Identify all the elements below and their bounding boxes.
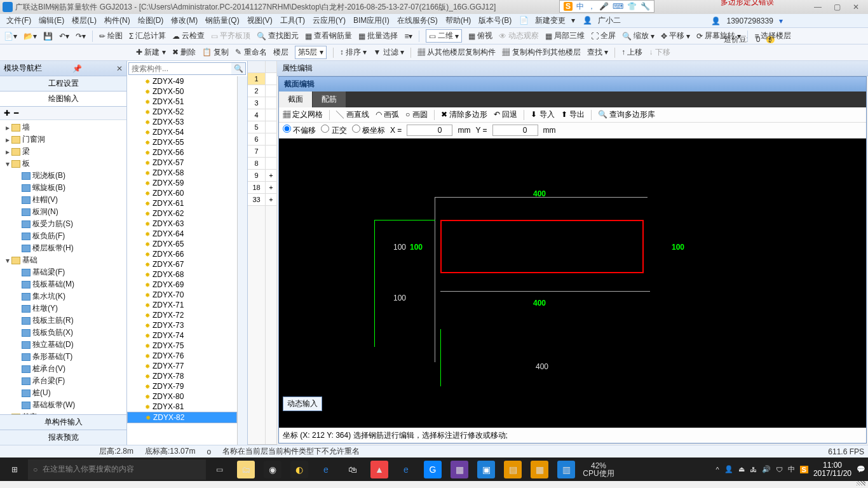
list-item[interactable]: ✸ZDYX-63 [127, 219, 237, 229]
action-center-icon[interactable]: 💬 [857, 465, 865, 473]
menu-help[interactable]: 帮助(H) [442, 14, 475, 27]
tree-item[interactable]: 筏板负筋(X) [0, 327, 126, 339]
list-item[interactable]: ✸ZDYX-58 [127, 168, 237, 178]
tree-item[interactable]: 板受力筋(S) [0, 218, 126, 230]
sum-calc-button[interactable]: Σ 汇总计算 [129, 30, 166, 41]
list-item[interactable]: ✸ZDYX-75 [127, 341, 237, 351]
nav-tree[interactable]: ▸墙▸门窗洞▸梁▾板现浇板(B)螺旋板(B)柱帽(V)板洞(N)板受力筋(S)板… [0, 120, 126, 414]
y-input[interactable] [492, 125, 538, 136]
task-view-icon[interactable]: ▭ [206, 459, 233, 480]
taskbar-search[interactable]: ○ 在这里输入你要搜索的内容 [28, 459, 206, 480]
tray-up-icon[interactable]: ^ [715, 466, 719, 473]
list-item[interactable]: ✸ZDYX-82 [127, 412, 237, 423]
tab-section[interactable]: 截面 [279, 92, 312, 107]
list-item[interactable]: ✸ZDYX-67 [127, 259, 237, 269]
view-rebar-button[interactable]: ▦ 查看钢筋量 [305, 30, 352, 41]
app-icon-9[interactable]: ▥ [553, 459, 580, 480]
ime-punct[interactable]: ， [588, 1, 595, 12]
menu-draw[interactable]: 绘图(D) [134, 14, 168, 27]
draw-button[interactable]: ✏ 绘图 [99, 30, 123, 41]
top-view-button[interactable]: ▦ 俯视 [468, 30, 492, 41]
edge-icon[interactable]: e [313, 459, 339, 480]
tray-people-icon[interactable]: 👤 [724, 465, 733, 473]
rename-button[interactable]: ✎ 重命名 [235, 47, 266, 58]
tree-item[interactable]: 现浇板(B) [0, 170, 126, 182]
local-3d-button[interactable]: ▦ 局部三维 [545, 30, 585, 41]
nav-close-icon[interactable]: ✕ [116, 64, 123, 73]
list-item[interactable]: ✸ZDYX-62 [127, 208, 237, 219]
list-item[interactable]: ✸ZDYX-78 [127, 371, 237, 381]
tree-item[interactable]: ▸门窗洞 [0, 133, 126, 146]
tree-item[interactable]: 板负筋(F) [0, 230, 126, 242]
list-item[interactable]: ✸ZDYX-79 [127, 381, 237, 391]
cpu-meter[interactable]: 42%CPU使用 [580, 459, 618, 480]
list-item[interactable]: ✸ZDYX-49 [127, 76, 237, 86]
new-change-button[interactable]: 📄 新建变更 ▾ [515, 14, 579, 27]
list-item[interactable]: ✸ZDYX-74 [127, 330, 237, 341]
x-input[interactable] [407, 125, 452, 136]
list-item[interactable]: ✸ZDYX-72 [127, 310, 237, 320]
menu-file[interactable]: 文件(F) [3, 14, 35, 27]
tab-rebar[interactable]: 配筋 [313, 92, 346, 107]
select-floor-button[interactable]: ≡ 选择楼层 [754, 30, 791, 41]
copy-from-floor-button[interactable]: ▦ 从其他楼层复制构件 [417, 47, 496, 58]
cloud-check-button[interactable]: ☁ 云检查 [172, 30, 205, 41]
list-item[interactable]: ✸ZDYX-80 [127, 391, 237, 402]
import-button[interactable]: ⬇ 导入 [531, 109, 554, 120]
settings-icon[interactable]: 🔧 [641, 2, 650, 11]
pin-icon[interactable]: 📌 [72, 64, 82, 73]
search-button[interactable]: 🔍 [231, 63, 245, 74]
tray-network-icon[interactable]: 🖧 [750, 466, 757, 473]
guangxiaoer-button[interactable]: 👤 广小二 [579, 14, 628, 27]
tree-item[interactable]: 桩(U) [0, 387, 126, 399]
find-button[interactable]: 查找 ▾ [587, 47, 608, 58]
list-item[interactable]: ✸ZDYX-65 [127, 239, 237, 249]
menu-online[interactable]: 在线服务(S) [393, 14, 442, 27]
extra-dropdown[interactable]: ≡▾ [404, 32, 412, 41]
menu-edit[interactable]: 编辑(E) [35, 14, 68, 27]
list-item[interactable]: ✸ZDYX-54 [127, 127, 237, 137]
ime-toolbar[interactable]: S 中 ， 🎤 ⌨ 👕 🔧 [559, 0, 654, 13]
skin-icon[interactable]: 👕 [627, 2, 637, 11]
redo-icon[interactable]: ↷▾ [76, 32, 86, 41]
user-id[interactable]: 👤 13907298339 ▾ [707, 15, 787, 27]
tree-item[interactable]: 板洞(N) [0, 206, 126, 218]
define-grid-button[interactable]: ▦ 定义网格 [283, 109, 323, 120]
list-item[interactable]: ✸ZDYX-69 [127, 280, 237, 290]
explorer-icon[interactable]: 🗂 [233, 459, 259, 480]
tree-item[interactable]: 筏板基础(M) [0, 278, 126, 290]
section-rect[interactable] [440, 220, 644, 273]
list-item[interactable]: ✸ZDYX-66 [127, 249, 237, 259]
list-item[interactable]: ✸ZDYX-61 [127, 198, 237, 208]
list-item[interactable]: ✸ZDYX-60 [127, 188, 237, 198]
list-item[interactable]: ✸ZDYX-73 [127, 320, 237, 330]
tree-item[interactable]: ▸梁 [0, 146, 126, 158]
flat-roof-button[interactable]: ▭ 平齐板顶 [211, 30, 250, 41]
tree-item[interactable]: 桩承台(V) [0, 363, 126, 375]
tree-item[interactable]: 基础梁(F) [0, 266, 126, 278]
list-scrollbar[interactable] [237, 76, 247, 445]
filter-button[interactable]: ▼ 过滤 ▾ [373, 47, 404, 58]
tree-item[interactable]: ▾基础 [0, 254, 126, 266]
list-item[interactable]: ✸ZDYX-51 [127, 97, 237, 107]
polar-radio[interactable]: 极坐标 [352, 125, 385, 136]
view-2d-select[interactable]: ▭ 二维 ▾ [426, 29, 462, 43]
app-icon-3[interactable]: ▲ [366, 459, 393, 480]
tree-item[interactable]: 筏板主筋(R) [0, 315, 126, 327]
list-item[interactable]: ✸ZDYX-76 [127, 351, 237, 361]
sort-button[interactable]: ↕ 排序 ▾ [340, 47, 367, 58]
menu-modify[interactable]: 修改(M) [167, 14, 201, 27]
tree-item[interactable]: 基础板带(W) [0, 399, 126, 411]
app-icon-5[interactable]: ▦ [446, 459, 473, 480]
move-down-button[interactable]: ↓ 下移 [649, 47, 670, 58]
dynamic-input-button[interactable]: 动态输入 [283, 396, 322, 411]
tree-item[interactable]: 条形基础(T) [0, 351, 126, 363]
tree-item[interactable]: 楼层板带(H) [0, 242, 126, 254]
store-icon[interactable]: 🛍 [339, 459, 366, 480]
list-item[interactable]: ✸ZDYX-53 [127, 117, 237, 127]
draw-circle-button[interactable]: ○ 画圆 [405, 109, 428, 120]
zoom-button[interactable]: 🔍 缩放 ▾ [622, 30, 654, 41]
menu-component[interactable]: 构件(N) [100, 14, 134, 27]
export-button[interactable]: ⬆ 导出 [561, 109, 585, 120]
tray-volume-icon[interactable]: 🔊 [762, 465, 771, 473]
